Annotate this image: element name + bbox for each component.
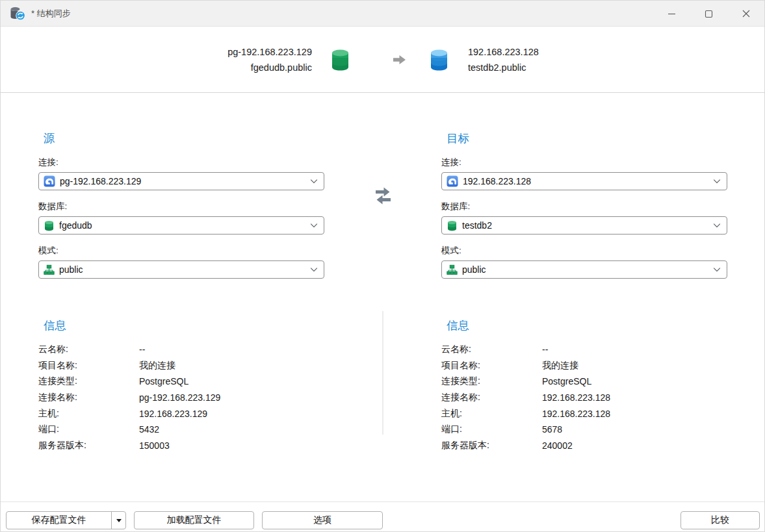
info-row: 云名称: -- xyxy=(38,342,350,358)
chevron-down-icon xyxy=(713,179,721,184)
info-label: 连接类型: xyxy=(441,375,542,387)
target-summary: 192.168.223.128 testdb2.public xyxy=(468,44,539,75)
info-row: 主机: 192.168.223.128 xyxy=(441,405,753,422)
arrow-right-icon xyxy=(392,54,407,66)
info-row: 云名称: -- xyxy=(441,342,753,358)
database-cylinder-icon xyxy=(447,220,458,231)
info-value: PostgreSQL xyxy=(139,376,350,386)
postgresql-icon xyxy=(447,175,458,187)
close-icon xyxy=(742,9,751,18)
source-connection-label: 连接: xyxy=(38,157,324,168)
schema-tree-icon xyxy=(447,264,458,275)
chevron-down-icon xyxy=(310,267,318,272)
target-database-label: 数据库: xyxy=(441,201,727,212)
target-database-icon xyxy=(429,49,449,71)
info-label: 主机: xyxy=(441,408,542,420)
structure-sync-window: * 结构同步 pg-192.168.223.129 xyxy=(0,0,765,532)
info-row: 连接名称: pg-192.168.223.129 xyxy=(38,390,350,406)
sync-summary-header: pg-192.168.223.129 fgedudb.public xyxy=(1,27,765,93)
target-summary-connection: 192.168.223.128 xyxy=(468,44,539,60)
source-info-title: 信息 xyxy=(44,318,350,333)
info-label: 云名称: xyxy=(441,344,542,355)
info-value: 240002 xyxy=(542,440,753,451)
source-database-select[interactable]: fgedudb xyxy=(38,216,324,234)
info-label: 主机: xyxy=(38,408,139,420)
target-connection-select[interactable]: 192.168.223.128 xyxy=(441,172,727,190)
compare-button[interactable]: 比较 xyxy=(681,511,760,529)
source-panel: 源 连接: pg-192.168.223.129 数据库: xyxy=(38,131,324,289)
info-row: 连接名称: 192.168.223.128 xyxy=(441,390,753,406)
target-schema-label: 模式: xyxy=(441,245,727,257)
source-summary-schema: fgedudb.public xyxy=(227,60,312,75)
source-panel-title: 源 xyxy=(44,131,324,146)
info-row: 端口: 5432 xyxy=(38,422,350,438)
info-value: pg-192.168.223.129 xyxy=(139,392,350,403)
info-value: 192.168.223.128 xyxy=(542,392,753,403)
info-label: 服务器版本: xyxy=(38,440,139,451)
window-controls xyxy=(653,1,764,27)
info-label: 连接名称: xyxy=(38,392,139,403)
info-row: 端口: 5678 xyxy=(441,422,753,438)
info-value: PostgreSQL xyxy=(542,376,753,386)
info-label: 服务器版本: xyxy=(441,440,542,451)
chevron-down-icon xyxy=(713,267,721,272)
source-database-icon xyxy=(330,49,350,71)
save-profile-dropdown[interactable] xyxy=(112,512,125,529)
save-profile-label[interactable]: 保存配置文件 xyxy=(6,512,111,529)
target-panel: 目标 连接: 192.168.223.128 数据库: xyxy=(441,131,727,289)
info-label: 端口: xyxy=(441,424,542,435)
chevron-down-icon xyxy=(310,179,318,184)
source-connection-select[interactable]: pg-192.168.223.129 xyxy=(38,172,324,190)
info-row: 服务器版本: 240002 xyxy=(441,438,753,454)
source-connection-value: pg-192.168.223.129 xyxy=(60,176,310,186)
source-summary: pg-192.168.223.129 fgedudb.public xyxy=(227,44,312,75)
info-row: 项目名称: 我的连接 xyxy=(441,358,753,374)
maximize-button[interactable] xyxy=(690,1,727,27)
footer-divider xyxy=(1,501,764,502)
info-value: 我的连接 xyxy=(542,360,753,372)
maximize-icon xyxy=(705,10,713,18)
info-value: -- xyxy=(139,344,350,355)
target-database-select[interactable]: testdb2 xyxy=(441,216,727,234)
info-row: 服务器版本: 150003 xyxy=(38,438,350,454)
info-value: -- xyxy=(542,344,753,355)
schema-tree-icon xyxy=(44,264,55,275)
target-summary-schema: testdb2.public xyxy=(468,60,539,75)
chevron-down-icon xyxy=(713,223,721,228)
target-info-title: 信息 xyxy=(447,318,753,333)
info-label: 连接名称: xyxy=(441,392,542,403)
info-value: 我的连接 xyxy=(139,360,350,372)
info-value: 150003 xyxy=(139,440,350,451)
source-summary-connection: pg-192.168.223.129 xyxy=(227,44,312,60)
minimize-icon xyxy=(668,10,676,18)
info-value: 192.168.223.128 xyxy=(542,409,753,419)
target-database-value: testdb2 xyxy=(462,220,713,231)
info-value: 192.168.223.129 xyxy=(139,409,350,419)
dropdown-arrow-icon xyxy=(116,519,122,522)
info-row: 连接类型: PostgreSQL xyxy=(38,374,350,390)
target-panel-title: 目标 xyxy=(447,131,727,146)
structure-sync-icon xyxy=(10,6,25,21)
target-info-section: 信息 云名称: -- 项目名称: 我的连接 连接类型: PostgreSQL 连… xyxy=(441,318,753,453)
target-schema-select[interactable]: public xyxy=(441,260,727,279)
info-label: 项目名称: xyxy=(441,360,542,372)
target-connection-label: 连接: xyxy=(441,157,727,168)
info-row: 主机: 192.168.223.129 xyxy=(38,405,350,422)
source-schema-value: public xyxy=(59,264,310,275)
source-database-label: 数据库: xyxy=(38,201,324,212)
database-cylinder-icon xyxy=(44,220,55,231)
window-title: * 结构同步 xyxy=(31,8,71,19)
load-profile-button[interactable]: 加载配置文件 xyxy=(134,511,254,529)
target-connection-value: 192.168.223.128 xyxy=(463,176,713,186)
save-profile-button[interactable]: 保存配置文件 xyxy=(6,511,126,529)
minimize-button[interactable] xyxy=(653,1,690,27)
postgresql-icon xyxy=(44,175,55,187)
options-button[interactable]: 选项 xyxy=(262,511,383,529)
source-schema-label: 模式: xyxy=(38,245,324,257)
info-row: 连接类型: PostgreSQL xyxy=(441,374,753,390)
chevron-down-icon xyxy=(310,223,318,228)
source-schema-select[interactable]: public xyxy=(38,260,324,279)
source-info-section: 信息 云名称: -- 项目名称: 我的连接 连接类型: PostgreSQL 连… xyxy=(38,318,350,453)
close-button[interactable] xyxy=(727,1,764,27)
target-schema-value: public xyxy=(462,264,713,275)
